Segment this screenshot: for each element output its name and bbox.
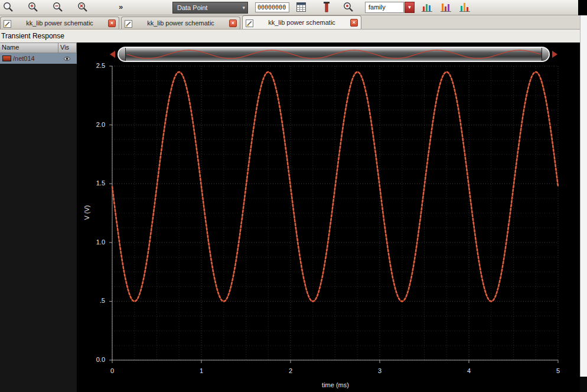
waveform-viewer-window: » Data Point ▾ family ▾ kk_li — [0, 0, 587, 392]
visibility-eye-icon[interactable] — [57, 53, 77, 64]
data-point-dropdown[interactable]: Data Point ▾ — [172, 2, 248, 14]
tab-label: kk_lib power schematic — [256, 19, 347, 26]
x-axis-title: time (ms) — [311, 381, 360, 388]
tab-close-button[interactable]: × — [350, 19, 358, 27]
plot-title: Transient Response — [0, 30, 587, 40]
tab-close-button[interactable]: × — [229, 19, 237, 27]
vertical-scrollbar[interactable] — [580, 15, 587, 377]
vis-column-header[interactable]: Vis — [58, 43, 77, 53]
vertical-marker-icon[interactable] — [321, 1, 334, 14]
name-column-header[interactable]: Name — [0, 43, 58, 53]
plot-area: V (V) 2.52.01.51.0.50.0 012345 time (ms) — [77, 43, 580, 392]
data-point-label: Data Point — [177, 4, 207, 11]
overview-scrollbar[interactable] — [110, 46, 557, 63]
toolbar-corner — [578, 0, 587, 15]
signal-panel-header: Name Vis — [0, 43, 77, 53]
tab-close-button[interactable]: × — [108, 19, 116, 27]
tab-label: kk_lib power schematic — [135, 19, 226, 27]
signal-color-swatch — [2, 55, 11, 61]
zoom-out-icon[interactable] — [52, 1, 65, 14]
schematic-page-icon — [246, 19, 253, 27]
chevron-down-icon[interactable]: ▾ — [405, 2, 415, 13]
calculator-icon[interactable] — [295, 1, 308, 14]
toolbar-overflow-chevron[interactable]: » — [119, 2, 123, 11]
zoom-box-icon[interactable] — [77, 1, 90, 14]
schematic-page-icon — [4, 19, 11, 27]
range-grip-left[interactable] — [119, 48, 126, 61]
family-plot-icon-3[interactable] — [458, 1, 471, 14]
coordinate-input[interactable] — [255, 2, 289, 12]
probe-icon[interactable] — [343, 1, 356, 14]
signal-list: /net014 — [0, 53, 77, 64]
range-grip-right[interactable] — [542, 48, 549, 61]
tab-3[interactable]: kk_lib power schematic× — [242, 15, 361, 29]
overview-mini-waveform — [119, 48, 549, 61]
overview-range-bar[interactable] — [118, 47, 550, 62]
chevron-down-icon: ▾ — [242, 5, 245, 11]
tab-bar: kk_lib power schematic×kk_lib power sche… — [0, 15, 587, 30]
zoom-fit-icon[interactable] — [2, 1, 15, 14]
schematic-page-icon — [125, 19, 132, 27]
signal-name[interactable]: /net014 — [13, 55, 57, 62]
family-combo-value: family — [365, 2, 404, 13]
waveform-plot — [77, 43, 580, 392]
plot-title-strip: Transient Response — [0, 30, 587, 43]
y-axis-title: V (V) — [83, 195, 90, 230]
family-combo[interactable]: family ▾ — [365, 2, 415, 13]
tab-2[interactable]: kk_lib power schematic× — [121, 17, 240, 29]
family-plot-icon-1[interactable] — [420, 1, 433, 14]
signal-row[interactable]: /net014 — [0, 53, 77, 64]
tab-label: kk_lib power schematic — [14, 19, 105, 27]
signal-panel: Name Vis /net014 — [0, 43, 77, 392]
toolbar: » Data Point ▾ family ▾ — [0, 0, 587, 15]
tab-1[interactable]: kk_lib power schematic× — [0, 17, 119, 29]
zoom-in-icon[interactable] — [27, 1, 40, 14]
corner-filler — [580, 377, 587, 392]
scroll-right-arrow-icon[interactable] — [552, 51, 557, 58]
family-plot-icon-2[interactable] — [439, 1, 452, 14]
scroll-left-arrow-icon[interactable] — [110, 51, 115, 58]
